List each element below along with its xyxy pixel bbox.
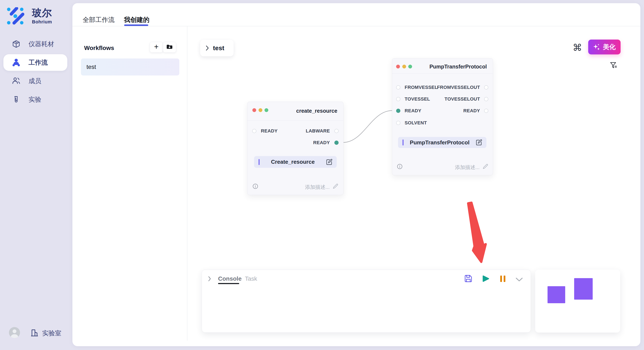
red-annotation-arrow: [468, 203, 486, 262]
traffic-dot-yellow: [258, 108, 262, 112]
node-action-label: Create_resource: [260, 159, 326, 165]
info-icon[interactable]: [397, 164, 402, 169]
traffic-dot-yellow: [402, 65, 406, 68]
beautify-label: 美化: [603, 43, 616, 51]
chevron-down-icon[interactable]: [516, 278, 523, 283]
sidebar-item-label: 成员: [28, 77, 41, 85]
node-action-button[interactable]: Create_resource: [254, 156, 337, 168]
port-in-ready[interactable]: [252, 129, 256, 133]
description-placeholder[interactable]: 添加描述...: [305, 184, 330, 190]
filter-button[interactable]: [609, 61, 618, 71]
port-out-labware[interactable]: [334, 129, 338, 133]
lab-label: 实验室: [42, 329, 61, 338]
save-button[interactable]: [464, 275, 472, 283]
app-subtitle: Bohrium: [32, 19, 52, 25]
port-in-ready[interactable]: [396, 109, 400, 113]
port-out-ready[interactable]: [334, 141, 338, 145]
tab-console[interactable]: Console: [218, 275, 242, 282]
workflows-title: Workflows: [84, 45, 114, 51]
workflows-sidebar: Workflows + test: [72, 26, 188, 341]
user-avatar[interactable]: [9, 327, 20, 338]
node-action-label: PumpTransferProtocol: [404, 139, 476, 146]
edit-icon[interactable]: [326, 159, 332, 165]
port-out-ready[interactable]: [484, 109, 488, 113]
node-header: PumpTransferProtocol: [392, 58, 493, 74]
workflow-canvas[interactable]: test ⌘ 美化: [187, 26, 640, 346]
test-tube-icon: [12, 95, 21, 104]
port-label: SOLVENT: [405, 120, 427, 126]
bohrium-logo-icon: [6, 7, 24, 26]
folder-download-icon: [166, 43, 173, 51]
edit-icon[interactable]: [476, 139, 482, 146]
import-folder-button[interactable]: [163, 42, 176, 52]
tab-all-workflows[interactable]: 全部工作流: [83, 15, 114, 24]
port-label: READY: [405, 108, 422, 114]
workflow-icon: [12, 58, 21, 67]
node-action-button[interactable]: PumpTransferProtocol: [398, 137, 486, 148]
breadcrumb-label: test: [213, 44, 224, 52]
plus-icon: +: [154, 43, 158, 51]
workflow-list-item-test[interactable]: test: [81, 58, 179, 75]
sidebar-item-members[interactable]: 成员: [4, 73, 67, 89]
node-title: PumpTransferProtocol: [430, 64, 487, 70]
console-panel: Console Task: [202, 270, 531, 333]
beautify-button[interactable]: 美化: [588, 39, 620, 54]
port-label: FROMVESSELOUT: [437, 85, 480, 90]
sidebar-item-instruments[interactable]: 仪器耗材: [4, 36, 67, 52]
port-label: FROMVESSEL: [405, 85, 438, 90]
port-label: TOVESSELOUT: [444, 96, 480, 102]
tab-task[interactable]: Task: [245, 275, 257, 282]
sidebar-item-experiment[interactable]: 实验: [4, 91, 67, 108]
sidebar-item-label: 工作流: [28, 58, 48, 67]
building-icon: [30, 328, 39, 338]
info-icon[interactable]: [252, 183, 258, 189]
main-panel: 全部工作流 我创建的 Workflows + test: [72, 3, 640, 346]
filter-icon: [610, 61, 618, 70]
lab-switcher[interactable]: 实验室: [30, 328, 61, 338]
port-out-fromvesselout[interactable]: [484, 85, 488, 90]
traffic-dot-green: [264, 108, 268, 112]
port-label: READY: [313, 140, 330, 146]
add-workflow-button[interactable]: +: [150, 42, 163, 52]
port-out-tovesselout[interactable]: [484, 97, 488, 101]
port-label: TOVESSEL: [405, 96, 430, 102]
command-icon: ⌘: [573, 42, 582, 53]
port-in-tovessel[interactable]: [396, 97, 400, 101]
minimap-node-pump-transfer: [574, 278, 593, 300]
minimap[interactable]: [535, 270, 620, 333]
port-label: LABWARE: [306, 128, 330, 134]
sidebar-item-workflow[interactable]: 工作流: [4, 54, 67, 71]
app-root: 玻尔 Bohrium 仪器耗材: [0, 0, 644, 350]
port-in-fromvessel[interactable]: [396, 85, 400, 90]
description-placeholder[interactable]: 添加描述...: [455, 164, 480, 171]
pause-button[interactable]: [500, 275, 506, 283]
pencil-icon[interactable]: [482, 164, 488, 169]
run-button[interactable]: [482, 275, 490, 283]
chevron-right-icon: [206, 45, 209, 51]
breadcrumb[interactable]: test: [200, 40, 234, 56]
sparkles-icon: [593, 43, 600, 51]
port-label: READY: [463, 108, 480, 114]
app-title: 玻尔: [32, 6, 52, 19]
sidebar: 玻尔 Bohrium 仪器耗材: [0, 0, 71, 350]
node-pump-transfer-protocol[interactable]: PumpTransferProtocol FROMVESSEL FROMVESS…: [392, 58, 493, 175]
sidebar-item-label: 仪器耗材: [28, 40, 54, 48]
package-icon: [12, 39, 21, 49]
node-title: create_resource: [296, 108, 337, 114]
port-in-solvent[interactable]: [396, 121, 400, 125]
edge-ready-to-ready[interactable]: [343, 111, 392, 143]
active-tab-underline: [124, 24, 148, 26]
node-create-resource[interactable]: create_resource READY LABWARE READY Crea…: [247, 102, 344, 195]
node-header: create_resource: [248, 102, 343, 121]
sidebar-item-label: 实验: [28, 95, 41, 104]
tab-my-created[interactable]: 我创建的: [124, 15, 150, 24]
workflow-tabbar: 全部工作流 我创建的: [72, 3, 640, 26]
pencil-icon[interactable]: [333, 183, 338, 189]
console-tab-underline: [218, 283, 239, 284]
port-label: READY: [261, 128, 278, 134]
collapse-chevron-icon[interactable]: [208, 276, 211, 283]
traffic-dot-red: [396, 65, 400, 68]
workflow-name: test: [86, 64, 96, 70]
members-icon: [12, 76, 21, 86]
command-shortcuts-button[interactable]: ⌘: [572, 42, 583, 53]
